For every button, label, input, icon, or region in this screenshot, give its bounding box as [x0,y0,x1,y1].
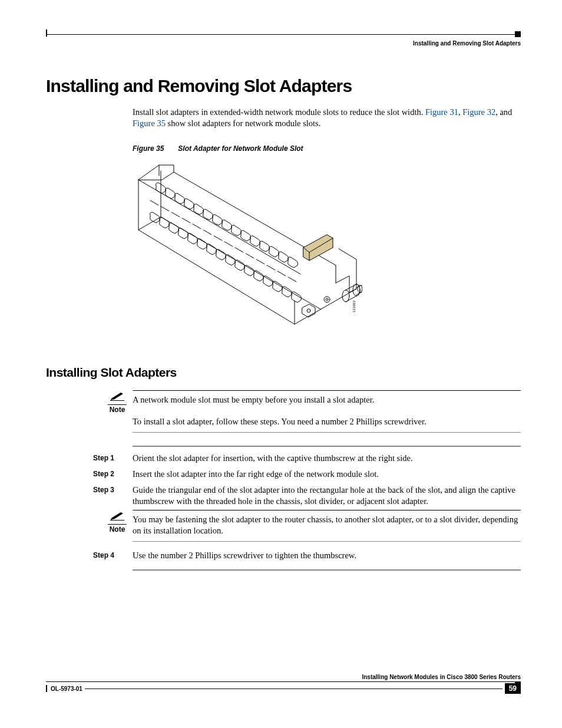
footer-tick [46,685,47,692]
note-label: Note [108,404,127,414]
page-title: Installing and Removing Slot Adapters [46,76,521,96]
step-row: Step 2 Insert the slot adapter into the … [93,469,521,480]
figure-title: Slot Adapter for Network Module Slot [178,144,303,153]
step-text: Insert the slot adapter into the far rig… [133,469,521,480]
running-header: Installing and Removing Slot Adapters [46,40,521,47]
top-rule [46,29,521,38]
svg-point-5 [307,309,310,312]
page-number: 59 [505,683,521,694]
intro-text-1: Install slot adapters in extended-width … [133,107,425,117]
intro-text-4: show slot adapters for network module sl… [166,118,320,128]
step-text: Use the number 2 Phillips screwdriver to… [133,550,521,561]
section-heading: Installing Slot Adapters [46,365,521,380]
xref-figure-32[interactable]: Figure 32 [462,107,495,117]
intro-text-3: , and [495,107,512,117]
svg-point-4 [326,298,328,301]
xref-figure-31[interactable]: Figure 31 [425,107,458,117]
step-label: Step 3 [93,485,133,507]
steps-top-rule [133,446,521,447]
step-row: Step 3 Guide the triangular end of the s… [93,485,521,507]
note-text: You may be fastening the slot adapter to… [133,510,521,542]
footer-book-title: Installing Network Modules in Cisco 3800… [46,674,521,680]
step-row: Step 4 Use the number 2 Phillips screwdr… [93,550,521,561]
note-label: Note [108,524,127,533]
page-footer: Installing Network Modules in Cisco 3800… [46,674,521,700]
footer-doc-id: OL-5973-01 [51,686,82,692]
step-text: Guide the triangular end of the slot ada… [133,485,521,507]
intro-paragraph: Install slot adapters in extended-width … [133,107,521,129]
svg-point-0 [342,290,349,302]
step-label: Step 1 [93,453,133,464]
step-row: Step 1 Orient the slot adapter for inser… [93,453,521,464]
note-text: A network module slot must be empty befo… [133,395,374,404]
steps-bottom-rule [133,569,521,571]
figure-number: Figure 35 [133,144,164,153]
xref-figure-35[interactable]: Figure 35 [133,118,166,128]
lead-paragraph: To install a slot adapter, follow these … [133,416,521,427]
note-icon [110,510,124,521]
step-text: Orient the slot adapter for insertion, w… [133,453,521,464]
figure-caption: Figure 35Slot Adapter for Network Module… [133,144,521,154]
step-label: Step 4 [93,550,133,561]
art-number: 121063 [352,301,356,313]
figure-illustration: 121063 [133,159,362,330]
step-label: Step 2 [93,469,133,480]
note-block: Note You may be fastening the slot adapt… [102,510,521,542]
note-block: Note A network module slot must be empty… [102,390,521,433]
svg-point-3 [324,297,330,302]
note-icon [110,390,124,401]
